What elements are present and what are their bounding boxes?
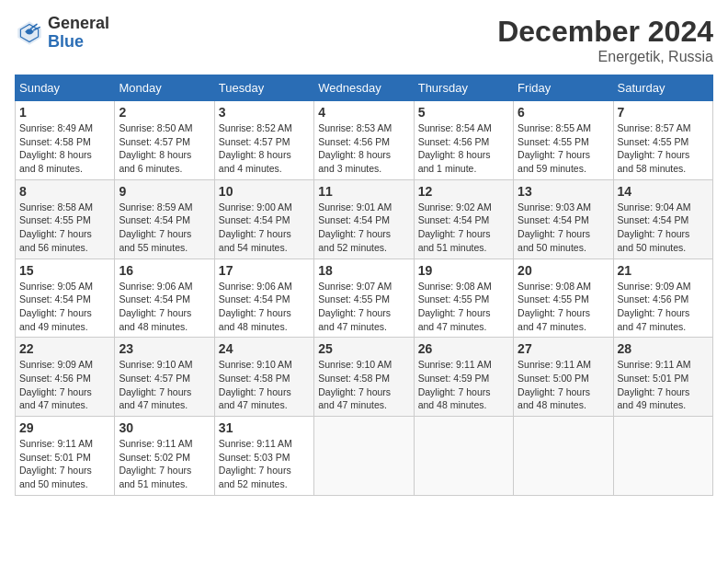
calendar-cell: 18Sunrise: 9:07 AMSunset: 4:55 PMDayligh… bbox=[314, 259, 414, 338]
calendar-week: 15Sunrise: 9:05 AMSunset: 4:54 PMDayligh… bbox=[16, 259, 713, 338]
calendar-cell: 1Sunrise: 8:49 AMSunset: 4:58 PMDaylight… bbox=[16, 101, 115, 180]
day-info: Sunrise: 8:54 AMSunset: 4:56 PMDaylight:… bbox=[418, 121, 509, 176]
calendar-cell: 30Sunrise: 9:11 AMSunset: 5:02 PMDayligh… bbox=[115, 417, 214, 496]
day-number: 6 bbox=[518, 105, 609, 120]
day-number: 22 bbox=[19, 341, 110, 356]
calendar-cell: 31Sunrise: 9:11 AMSunset: 5:03 PMDayligh… bbox=[214, 417, 313, 496]
calendar-cell: 5Sunrise: 8:54 AMSunset: 4:56 PMDaylight… bbox=[414, 101, 513, 180]
day-info: Sunrise: 9:03 AMSunset: 4:54 PMDaylight:… bbox=[518, 201, 609, 255]
day-number: 16 bbox=[119, 263, 210, 278]
calendar-title: December 2024 bbox=[497, 15, 713, 49]
day-info: Sunrise: 9:10 AMSunset: 4:58 PMDaylight:… bbox=[318, 358, 409, 412]
day-info: Sunrise: 9:11 AMSunset: 5:00 PMDaylight:… bbox=[518, 358, 609, 412]
calendar-week: 1Sunrise: 8:49 AMSunset: 4:58 PMDaylight… bbox=[16, 101, 713, 180]
day-number: 23 bbox=[119, 341, 210, 356]
day-info: Sunrise: 8:59 AMSunset: 4:54 PMDaylight:… bbox=[119, 201, 210, 255]
day-info: Sunrise: 9:01 AMSunset: 4:54 PMDaylight:… bbox=[318, 201, 409, 255]
calendar-cell: 2Sunrise: 8:50 AMSunset: 4:57 PMDaylight… bbox=[115, 101, 214, 180]
day-number: 24 bbox=[219, 341, 310, 356]
day-info: Sunrise: 9:11 AMSunset: 5:02 PMDaylight:… bbox=[119, 437, 210, 491]
day-info: Sunrise: 8:55 AMSunset: 4:55 PMDaylight:… bbox=[518, 121, 609, 176]
day-number: 9 bbox=[119, 184, 210, 199]
day-number: 31 bbox=[219, 420, 310, 435]
calendar-cell: 23Sunrise: 9:10 AMSunset: 4:57 PMDayligh… bbox=[115, 338, 214, 417]
day-number: 17 bbox=[219, 263, 310, 278]
logo-icon bbox=[15, 18, 44, 48]
header-day: Monday bbox=[115, 75, 214, 101]
day-number: 27 bbox=[518, 341, 609, 356]
calendar-cell: 6Sunrise: 8:55 AMSunset: 4:55 PMDaylight… bbox=[514, 101, 613, 180]
calendar-cell: 7Sunrise: 8:57 AMSunset: 4:55 PMDaylight… bbox=[613, 101, 712, 180]
logo: General Blue bbox=[15, 15, 109, 52]
logo-text: General Blue bbox=[48, 15, 109, 52]
day-info: Sunrise: 9:11 AMSunset: 5:01 PMDaylight:… bbox=[618, 358, 709, 412]
day-number: 3 bbox=[219, 105, 310, 120]
day-info: Sunrise: 8:50 AMSunset: 4:57 PMDaylight:… bbox=[119, 121, 210, 176]
calendar-week: 8Sunrise: 8:58 AMSunset: 4:55 PMDaylight… bbox=[16, 179, 713, 259]
day-info: Sunrise: 9:05 AMSunset: 4:54 PMDaylight:… bbox=[19, 280, 110, 334]
day-number: 21 bbox=[618, 263, 709, 278]
calendar-cell: 22Sunrise: 9:09 AMSunset: 4:56 PMDayligh… bbox=[16, 338, 115, 417]
day-number: 8 bbox=[19, 184, 110, 199]
calendar-cell: 16Sunrise: 9:06 AMSunset: 4:54 PMDayligh… bbox=[115, 259, 214, 338]
day-number: 7 bbox=[618, 105, 709, 120]
calendar-week: 29Sunrise: 9:11 AMSunset: 5:01 PMDayligh… bbox=[16, 417, 713, 496]
logo-general-text: General bbox=[48, 15, 109, 33]
header-day: Tuesday bbox=[214, 75, 313, 101]
day-info: Sunrise: 9:07 AMSunset: 4:55 PMDaylight:… bbox=[318, 280, 409, 334]
day-info: Sunrise: 9:00 AMSunset: 4:54 PMDaylight:… bbox=[219, 201, 310, 255]
day-number: 11 bbox=[318, 184, 409, 199]
day-info: Sunrise: 8:49 AMSunset: 4:58 PMDaylight:… bbox=[19, 121, 110, 176]
calendar-table: SundayMondayTuesdayWednesdayThursdayFrid… bbox=[15, 75, 713, 496]
day-number: 4 bbox=[318, 105, 409, 120]
header-day: Thursday bbox=[414, 75, 513, 101]
calendar-cell: 4Sunrise: 8:53 AMSunset: 4:56 PMDaylight… bbox=[314, 101, 414, 180]
day-info: Sunrise: 9:06 AMSunset: 4:54 PMDaylight:… bbox=[219, 280, 310, 334]
day-number: 26 bbox=[418, 341, 509, 356]
calendar-cell: 3Sunrise: 8:52 AMSunset: 4:57 PMDaylight… bbox=[214, 101, 313, 180]
day-number: 5 bbox=[418, 105, 509, 120]
calendar-cell bbox=[314, 417, 414, 496]
title-block: December 2024 Energetik, Russia bbox=[497, 15, 713, 65]
calendar-cell: 27Sunrise: 9:11 AMSunset: 5:00 PMDayligh… bbox=[514, 338, 613, 417]
day-info: Sunrise: 8:53 AMSunset: 4:56 PMDaylight:… bbox=[318, 121, 409, 176]
day-info: Sunrise: 9:09 AMSunset: 4:56 PMDaylight:… bbox=[19, 358, 110, 412]
day-number: 25 bbox=[318, 341, 409, 356]
calendar-cell: 21Sunrise: 9:09 AMSunset: 4:56 PMDayligh… bbox=[613, 259, 712, 338]
day-info: Sunrise: 9:02 AMSunset: 4:54 PMDaylight:… bbox=[418, 201, 509, 255]
day-info: Sunrise: 9:04 AMSunset: 4:54 PMDaylight:… bbox=[618, 201, 709, 255]
header-row: SundayMondayTuesdayWednesdayThursdayFrid… bbox=[16, 75, 713, 101]
day-number: 2 bbox=[119, 105, 210, 120]
logo-blue-text: Blue bbox=[48, 33, 109, 52]
day-info: Sunrise: 9:09 AMSunset: 4:56 PMDaylight:… bbox=[618, 280, 709, 334]
day-info: Sunrise: 9:11 AMSunset: 5:01 PMDaylight:… bbox=[19, 437, 110, 491]
header-day: Saturday bbox=[613, 75, 712, 101]
day-info: Sunrise: 9:10 AMSunset: 4:57 PMDaylight:… bbox=[119, 358, 210, 412]
calendar-cell: 26Sunrise: 9:11 AMSunset: 4:59 PMDayligh… bbox=[414, 338, 513, 417]
day-info: Sunrise: 8:57 AMSunset: 4:55 PMDaylight:… bbox=[618, 121, 709, 176]
day-info: Sunrise: 9:10 AMSunset: 4:58 PMDaylight:… bbox=[219, 358, 310, 412]
header-day: Friday bbox=[514, 75, 613, 101]
day-number: 20 bbox=[518, 263, 609, 278]
calendar-cell: 14Sunrise: 9:04 AMSunset: 4:54 PMDayligh… bbox=[613, 179, 712, 259]
calendar-week: 22Sunrise: 9:09 AMSunset: 4:56 PMDayligh… bbox=[16, 338, 713, 417]
day-info: Sunrise: 9:08 AMSunset: 4:55 PMDaylight:… bbox=[518, 280, 609, 334]
calendar-cell: 19Sunrise: 9:08 AMSunset: 4:55 PMDayligh… bbox=[414, 259, 513, 338]
day-number: 19 bbox=[418, 263, 509, 278]
day-info: Sunrise: 9:11 AMSunset: 4:59 PMDaylight:… bbox=[418, 358, 509, 412]
day-info: Sunrise: 9:08 AMSunset: 4:55 PMDaylight:… bbox=[418, 280, 509, 334]
calendar-cell: 8Sunrise: 8:58 AMSunset: 4:55 PMDaylight… bbox=[16, 179, 115, 259]
calendar-cell: 20Sunrise: 9:08 AMSunset: 4:55 PMDayligh… bbox=[514, 259, 613, 338]
day-info: Sunrise: 9:06 AMSunset: 4:54 PMDaylight:… bbox=[119, 280, 210, 334]
day-info: Sunrise: 9:11 AMSunset: 5:03 PMDaylight:… bbox=[219, 437, 310, 491]
day-number: 14 bbox=[618, 184, 709, 199]
calendar-cell: 12Sunrise: 9:02 AMSunset: 4:54 PMDayligh… bbox=[414, 179, 513, 259]
day-number: 13 bbox=[518, 184, 609, 199]
calendar-cell: 9Sunrise: 8:59 AMSunset: 4:54 PMDaylight… bbox=[115, 179, 214, 259]
calendar-cell: 24Sunrise: 9:10 AMSunset: 4:58 PMDayligh… bbox=[214, 338, 313, 417]
calendar-cell: 11Sunrise: 9:01 AMSunset: 4:54 PMDayligh… bbox=[314, 179, 414, 259]
calendar-cell: 13Sunrise: 9:03 AMSunset: 4:54 PMDayligh… bbox=[514, 179, 613, 259]
header-day: Wednesday bbox=[314, 75, 414, 101]
calendar-subtitle: Energetik, Russia bbox=[497, 49, 713, 65]
day-number: 10 bbox=[219, 184, 310, 199]
